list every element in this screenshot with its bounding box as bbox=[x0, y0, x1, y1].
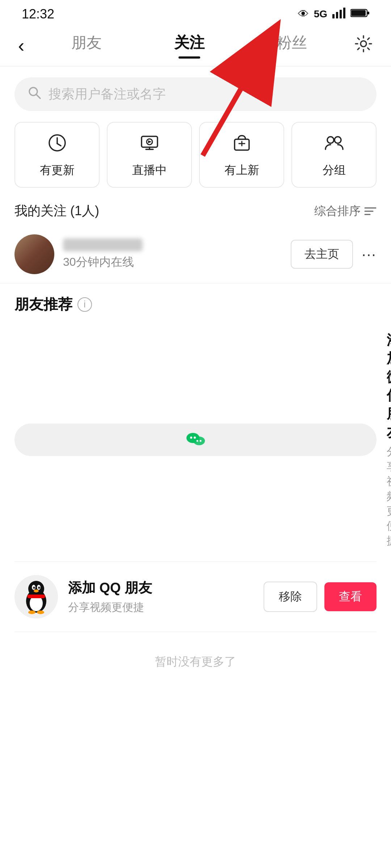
tab-follow[interactable]: 关注 bbox=[174, 33, 205, 59]
follow-info: 30分钟内在线 bbox=[63, 238, 282, 270]
info-icon[interactable]: i bbox=[77, 297, 92, 312]
recommend-item-qq: 添加 QQ 朋友 分享视频更便捷 移除 查看 bbox=[14, 562, 377, 632]
filter-new-items[interactable]: 有上新 bbox=[199, 122, 284, 188]
filter-label-1: 直播中 bbox=[132, 162, 167, 178]
view-qq-button[interactable]: 查看 bbox=[324, 582, 377, 611]
wechat-avatar bbox=[14, 424, 377, 456]
filter-groups[interactable]: 分组 bbox=[291, 122, 377, 188]
back-button[interactable]: ‹ bbox=[18, 35, 24, 56]
search-icon bbox=[28, 86, 41, 103]
remove-qq-button[interactable]: 移除 bbox=[264, 582, 317, 612]
recommend-sub-qq: 分享视频更便捷 bbox=[68, 600, 253, 615]
search-placeholder: 搜索用户备注或名字 bbox=[49, 85, 166, 103]
svg-rect-1 bbox=[336, 12, 338, 18]
search-box[interactable]: 搜索用户备注或名字 bbox=[14, 77, 377, 111]
recommend-name-qq: 添加 QQ 朋友 bbox=[68, 579, 253, 597]
svg-point-24 bbox=[335, 137, 341, 143]
filter-live[interactable]: 直播中 bbox=[107, 122, 192, 188]
svg-point-31 bbox=[190, 437, 192, 439]
recommend-info-wechat: 添加微信朋友 分享视频更便捷 bbox=[387, 331, 391, 548]
section-header: 我的关注 (1人) 综合排序 bbox=[0, 195, 391, 226]
svg-rect-44 bbox=[27, 595, 45, 598]
filter-label-3: 分组 bbox=[323, 162, 346, 178]
search-container: 搜索用户备注或名字 bbox=[14, 77, 377, 111]
svg-point-34 bbox=[200, 440, 202, 442]
follow-name-blur bbox=[63, 238, 143, 251]
svg-point-38 bbox=[28, 581, 44, 597]
nav-tabs: 朋友 关注 粉丝 bbox=[35, 33, 343, 59]
follow-status: 30分钟内在线 bbox=[63, 255, 134, 268]
friends-title: 朋友推荐 i bbox=[14, 294, 377, 314]
recommend-actions-qq: 移除 查看 bbox=[264, 582, 377, 612]
follow-section-title: 我的关注 (1人) bbox=[14, 202, 99, 220]
recommend-info-qq: 添加 QQ 朋友 分享视频更便捷 bbox=[68, 579, 253, 615]
signal-icon bbox=[332, 8, 345, 21]
svg-point-23 bbox=[327, 137, 334, 143]
tv-icon bbox=[139, 133, 160, 157]
battery-icon bbox=[350, 8, 369, 21]
svg-line-14 bbox=[57, 144, 61, 146]
tab-fans[interactable]: 粉丝 bbox=[277, 33, 307, 59]
qq-avatar bbox=[14, 575, 58, 618]
recommend-sub-wechat: 分享视频更便捷 bbox=[387, 444, 391, 548]
svg-rect-5 bbox=[351, 10, 366, 16]
more-button[interactable]: ··· bbox=[362, 246, 377, 263]
follow-item: 30分钟内在线 去主页 ··· bbox=[0, 226, 391, 284]
avatar bbox=[14, 234, 54, 274]
svg-point-42 bbox=[38, 587, 40, 589]
tab-friends[interactable]: 朋友 bbox=[71, 33, 102, 59]
friends-section: 朋友推荐 i 添加微信朋友 分享视频更便捷 bbox=[0, 284, 391, 632]
eye-icon: 👁 bbox=[298, 8, 309, 20]
filter-label-2: 有上新 bbox=[224, 162, 259, 178]
5g-icon: 5G bbox=[314, 8, 327, 20]
filter-has-update[interactable]: 有更新 bbox=[14, 122, 100, 188]
bag-icon bbox=[232, 133, 252, 157]
follow-actions: 去主页 ··· bbox=[291, 240, 377, 269]
no-more: 暂时没有更多了 bbox=[0, 632, 391, 692]
svg-rect-2 bbox=[340, 10, 342, 18]
time: 12:32 bbox=[22, 7, 54, 22]
svg-marker-17 bbox=[148, 140, 152, 143]
svg-rect-0 bbox=[332, 14, 335, 18]
visit-button[interactable]: 去主页 bbox=[291, 240, 353, 269]
group-icon bbox=[324, 133, 344, 157]
svg-point-32 bbox=[194, 437, 196, 439]
sort-label: 综合排序 bbox=[314, 203, 361, 219]
svg-point-41 bbox=[33, 587, 35, 589]
svg-point-7 bbox=[361, 41, 366, 47]
clock-icon bbox=[47, 133, 67, 157]
svg-point-45 bbox=[28, 610, 35, 614]
svg-point-43 bbox=[34, 590, 39, 592]
svg-point-33 bbox=[197, 440, 198, 442]
recommend-item-wechat: 添加微信朋友 分享视频更便捷 移除 查看 bbox=[14, 318, 377, 562]
friends-title-text: 朋友推荐 bbox=[14, 294, 72, 314]
svg-rect-6 bbox=[367, 12, 369, 14]
filter-label-0: 有更新 bbox=[40, 162, 75, 178]
nav-bar: ‹ 朋友 关注 粉丝 bbox=[0, 25, 391, 59]
settings-button[interactable] bbox=[354, 34, 373, 57]
status-bar: 12:32 👁 5G bbox=[0, 0, 391, 25]
sort-button[interactable]: 综合排序 bbox=[314, 203, 377, 219]
filter-row: 有更新 直播中 bbox=[0, 118, 391, 195]
svg-point-46 bbox=[37, 610, 44, 614]
svg-line-11 bbox=[36, 94, 40, 98]
recommend-name-wechat: 添加微信朋友 bbox=[387, 331, 391, 442]
status-icons: 👁 5G bbox=[298, 8, 369, 21]
svg-rect-3 bbox=[343, 8, 345, 18]
